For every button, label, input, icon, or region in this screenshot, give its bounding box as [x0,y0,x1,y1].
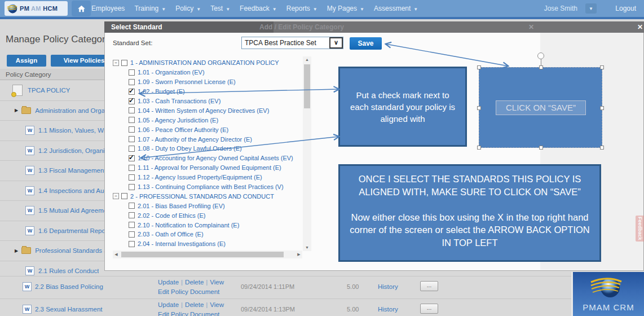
vertical-scrollbar[interactable]: ▲ ▼ [303,56,311,251]
nav-item-feedback[interactable]: Feedback▼ [240,5,277,12]
resize-handle[interactable] [600,65,604,69]
history-link[interactable]: History [378,306,398,313]
sidebar-tree-row[interactable]: W1.3 Fiscal Management [0,160,104,181]
delete-link[interactable]: Delete [185,279,204,286]
standard-checkbox[interactable] [129,231,135,238]
view-link[interactable]: View [210,301,224,308]
feedback-side-tab[interactable]: Feedback [636,216,644,242]
rotate-handle-icon[interactable] [537,52,544,59]
vertical-scroll-thumb[interactable] [304,64,310,108]
edit-policy-document-link[interactable]: Edit Policy Document [158,288,219,295]
standard-checkbox[interactable] [129,136,135,142]
standard-checkbox[interactable] [129,212,135,218]
callout-click-save[interactable]: CLICK ON “SAVE” [479,67,602,148]
standard-checkbox[interactable] [121,193,127,199]
policy-name-link[interactable]: 2.3 Sexual Harassment [35,306,103,313]
collapse-icon[interactable]: − [113,193,119,199]
sidebar-tree-label[interactable]: 1.3 Fiscal Management [38,167,104,174]
sidebar-tree-row[interactable]: W1.2 Jurisdiction, Organizatio [0,141,104,161]
scroll-down-icon[interactable]: ▼ [303,244,311,251]
sidebar-tree-label[interactable]: TPCA POLICY [28,87,70,94]
sidebar-tree-label[interactable]: 1.6 Departmental Reports [38,227,104,234]
home-button[interactable] [72,1,91,16]
standard-checkbox[interactable] [129,165,135,171]
chevron-down-icon[interactable]: ∨ [329,37,343,49]
standard-checkbox[interactable]: ✓ [129,89,135,95]
nav-item-test[interactable]: Test▼ [210,5,230,12]
standard-checkbox[interactable] [121,60,127,66]
view-link[interactable]: View [210,279,224,286]
sidebar-tree-label[interactable]: 2.1 Rules of Conduct [38,267,99,274]
standard-checkbox[interactable] [129,79,135,85]
resize-handle[interactable] [539,146,543,150]
standard-checkbox[interactable] [129,69,135,76]
sidebar-tree-label[interactable]: 1.2 Jurisdiction, Organizatio [38,147,104,154]
sidebar-tree-row[interactable]: W1.1 Mission, Values, Written [0,120,104,141]
resize-handle[interactable] [477,65,481,69]
standard-label[interactable]: 2.01 - Bias Based Profiling (EV) [138,203,225,209]
sidebar-tree-label[interactable]: 1.4 Inspections and Audits [38,187,104,194]
sidebar-tree-row[interactable]: W1.6 Departmental Reports [0,221,104,241]
standard-checkbox[interactable] [129,222,135,228]
standard-label[interactable]: 1.02 - Budget (E) [138,88,185,95]
sidebar-tree-label[interactable]: Professional Standards and [35,247,104,254]
sidebar-tree-row[interactable]: W1.4 Inspections and Audits [0,181,104,201]
expand-arrow-icon[interactable]: ▶ [15,108,18,113]
standard-label[interactable]: 1.05 - Agency Jurisdiction (E) [138,117,218,124]
callout-check-mark[interactable]: Put a check mark next to each standard y… [338,67,467,147]
standard-checkbox[interactable] [129,241,135,247]
standard-label[interactable]: 1.10 - Accounting for Agency Owned Capit… [138,155,293,161]
standard-label[interactable]: 1.04 - Written System of Agency Directiv… [138,107,269,114]
standard-label[interactable]: 1 - ADMINISTRATION AND ORGANIZATION POLI… [130,59,279,66]
standard-label[interactable]: 1.09 - Sworn Personnel License (E) [138,78,236,85]
standard-label[interactable]: 2.10 - Notification to Complainant (E) [138,222,239,229]
resize-handle[interactable] [539,65,543,69]
standard-checkbox[interactable] [129,184,135,190]
sidebar-tree-row[interactable]: TPCA POLICY [0,80,104,100]
standard-checkbox[interactable] [129,126,135,133]
standard-label[interactable]: 2 - PROFESSIONAL STANDARDS AND CONDUCT [130,193,274,200]
more-options-button[interactable]: ... [420,304,438,314]
resize-handle[interactable] [600,106,604,110]
behind-dialog-close-icon[interactable]: ✕ [528,21,534,33]
nav-item-policy[interactable]: Policy▼ [175,5,201,12]
standard-label[interactable]: 1.06 - Peace Officer Authority (E) [138,126,228,133]
standard-label[interactable]: 1.13 - Continuing Compliance with Best P… [138,183,284,190]
standard-checkbox[interactable] [129,203,135,209]
resize-handle[interactable] [477,106,481,110]
standard-checkbox[interactable] [129,117,135,123]
scroll-right-icon[interactable]: ▶ [295,251,302,258]
logout-button[interactable]: Logout [615,0,636,17]
horizontal-scroll-thumb[interactable] [121,252,284,257]
update-link[interactable]: Update [158,279,179,286]
scroll-up-icon[interactable]: ▲ [303,56,311,63]
standard-label[interactable]: 1.08 - Duty to Obey Lawful Orders (E) [138,145,242,152]
horizontal-scrollbar[interactable]: ◀ ▶ [113,251,302,258]
standard-label[interactable]: 1.03 - Cash Transactions (EV) [138,98,220,104]
standard-checkbox[interactable]: ✓ [129,155,135,161]
sidebar-tree-label[interactable]: Administration and Organiza [35,107,104,114]
resize-handle[interactable] [477,146,481,150]
assign-button[interactable]: Assign [7,55,46,67]
nav-item-assessment[interactable]: Assessment▼ [374,5,418,12]
delete-link[interactable]: Delete [185,301,204,308]
standard-label[interactable]: 2.04 - Internal Investigations (E) [138,240,226,247]
standard-label[interactable]: 2.03 - Oath of Office (E) [138,231,204,238]
update-link[interactable]: Update [158,301,179,308]
nav-item-my-pages[interactable]: My Pages▼ [327,5,364,12]
history-link[interactable]: History [378,283,398,290]
nav-item-employees[interactable]: Employees [91,5,125,12]
user-menu-caret-icon[interactable]: ▼ [585,3,597,14]
policy-name-link[interactable]: 2.2 Bias Based Policing [35,283,103,290]
standard-label[interactable]: 2.02 - Code of Ethics (E) [138,212,205,219]
expand-arrow-icon[interactable]: ▶ [15,248,18,253]
resize-handle[interactable] [600,146,604,150]
screen-close-icon[interactable]: ✕ [637,21,643,33]
standard-checkbox[interactable]: ✓ [129,98,135,104]
more-options-button[interactable]: ... [420,281,438,291]
callout-instructions[interactable]: ONCE I SELECT THE STANDARDS THIS POLICY … [338,164,601,262]
collapse-icon[interactable]: − [113,60,119,66]
standard-checkbox[interactable] [129,146,135,152]
standard-label[interactable]: 1.11 - Approval for Personally Owned Equ… [138,164,281,171]
nav-item-reports[interactable]: Reports▼ [286,5,317,12]
